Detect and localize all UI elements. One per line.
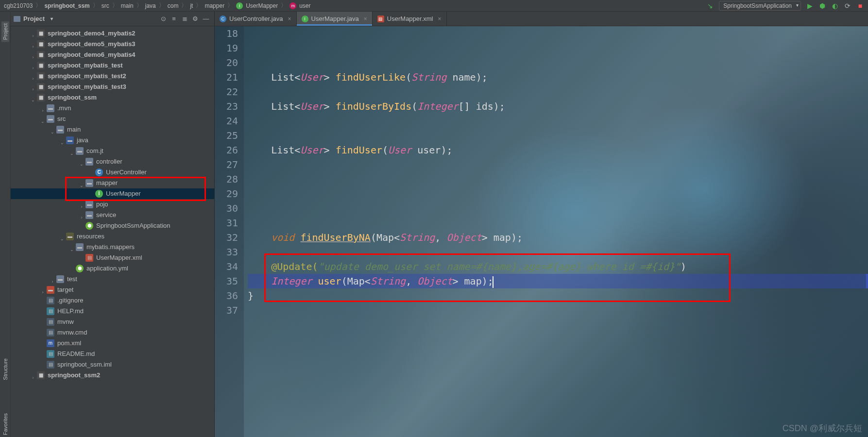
tree-row[interactable]: ⌄▬main — [11, 124, 214, 135]
tree-row[interactable]: ›▦springboot_mybatis_test — [11, 60, 214, 71]
interface-icon: I — [302, 16, 308, 22]
interface-icon: I — [236, 2, 243, 9]
tree-row[interactable]: ›▦springboot_mybatis_test3 — [11, 82, 214, 92]
run-config-label: SpringbootSsmApplication — [723, 2, 792, 9]
tree-row[interactable]: ▤UserMapper.xml — [11, 252, 214, 263]
select-opened-file-button[interactable]: ⊙ — [158, 14, 169, 24]
editor-area: C UserController.java × I UserMapper.jav… — [215, 12, 868, 437]
tree-row[interactable]: ›▦springboot_demo6_mybatis4 — [11, 50, 214, 60]
tab-usercontroller[interactable]: C UserController.java × — [215, 12, 297, 26]
tree-row[interactable]: ⌄▬resources — [11, 231, 214, 242]
tree-row[interactable]: ⌄▬mapper — [11, 178, 214, 188]
code-content[interactable]: List<User> findUserLike(String name); Li… — [244, 26, 868, 437]
tree-row-selected[interactable]: IUserMapper — [11, 188, 214, 199]
tab-usermapper-java[interactable]: I UserMapper.java × — [297, 12, 373, 26]
tree-row[interactable]: ›▦springboot_demo4_mybatis2 — [11, 28, 214, 39]
folder-icon — [14, 16, 20, 22]
vtab-favorites[interactable]: Favorites — [1, 411, 9, 437]
project-tool-window: Project ⊙ ≡ ≣ ⚙ — ›▦springboot_demo4_myb… — [11, 12, 215, 437]
run-config-select[interactable]: SpringbootSsmApplication — [719, 1, 801, 11]
tree-row[interactable]: ▤README.md — [11, 349, 214, 359]
build-button[interactable]: ↘ — [706, 2, 714, 10]
crumb-module[interactable]: springboot_ssm — [44, 2, 89, 9]
profile-button[interactable]: ⟳ — [844, 2, 851, 10]
hide-button[interactable]: — — [201, 14, 211, 24]
tree-row[interactable]: ⌄▬mybatis.mappers — [11, 242, 214, 252]
tree-row[interactable]: ›▦springboot_ssm2 — [11, 370, 214, 381]
tree-row[interactable]: CUserController — [11, 167, 214, 178]
tree-row[interactable]: ›▬target — [11, 285, 214, 295]
tree-row[interactable]: ▤springboot_ssm.iml — [11, 359, 214, 370]
crumb-com[interactable]: com — [168, 2, 179, 9]
tree-row[interactable]: ▤mvnw.cmd — [11, 327, 214, 338]
tree-row[interactable]: ▤mvnw — [11, 317, 214, 327]
tree-row[interactable]: ›▦springboot_demo5_mybatis3 — [11, 39, 214, 50]
close-icon[interactable]: × — [364, 16, 367, 22]
tree-row[interactable]: ⌄▬src — [11, 114, 214, 124]
crumb-mapper[interactable]: mapper — [204, 2, 224, 9]
vtab-structure[interactable]: Structure — [1, 356, 9, 382]
close-icon[interactable]: × — [288, 16, 291, 22]
crumb-class[interactable]: UserMapper — [246, 2, 278, 9]
crumb-project[interactable]: cgb210703 — [4, 2, 33, 9]
xml-icon: ▤ — [377, 16, 384, 22]
editor-tabs: C UserController.java × I UserMapper.jav… — [215, 12, 868, 26]
crumb-jt[interactable]: jt — [190, 2, 193, 9]
tree-row[interactable]: ▤HELP.md — [11, 306, 214, 317]
tree-row[interactable]: ▤.gitignore — [11, 295, 214, 306]
tree-row[interactable]: ⌄▬java — [11, 135, 214, 146]
project-title[interactable]: Project — [14, 15, 53, 22]
project-header: Project ⊙ ≡ ≣ ⚙ — — [11, 12, 214, 26]
tree-row[interactable]: ›▬test — [11, 274, 214, 285]
close-icon[interactable]: × — [438, 16, 442, 22]
method-icon: m — [289, 2, 296, 9]
breadcrumb: cgb210703〉 springboot_ssm〉 src〉 main〉 ja… — [4, 1, 311, 10]
tree-row[interactable]: ›▬service — [11, 210, 214, 220]
crumb-method[interactable]: user — [299, 2, 310, 9]
expand-all-button[interactable]: ≡ — [169, 14, 179, 24]
line-gutter: 18 19 20 21 22 23 24 25 26 27 28 29 30 3… — [215, 26, 244, 437]
tree-row[interactable]: ⌄▬controller — [11, 156, 214, 167]
stop-button[interactable]: ■ — [856, 2, 864, 10]
crumb-main[interactable]: main — [121, 2, 134, 9]
top-nav: cgb210703〉 springboot_ssm〉 src〉 main〉 ja… — [0, 0, 868, 12]
tab-usermapper-xml[interactable]: ▤ UserMapper.xml × — [373, 12, 447, 26]
text-caret — [493, 276, 494, 288]
coverage-button[interactable]: ◐ — [831, 2, 839, 10]
tree-row[interactable]: ›▦springboot_mybatis_test2 — [11, 71, 214, 82]
code-editor[interactable]: 18 19 20 21 22 23 24 25 26 27 28 29 30 3… — [215, 26, 868, 437]
toolbar-right: ↘ SpringbootSsmApplication ▶ ⬢ ◐ ⟳ ■ — [706, 1, 864, 11]
left-tool-tabs: Project Structure Favorites — [0, 12, 11, 437]
crumb-java[interactable]: java — [145, 2, 156, 9]
tree-row[interactable]: mpom.xml — [11, 338, 214, 349]
collapse-all-button[interactable]: ≣ — [179, 14, 190, 24]
settings-button[interactable]: ⚙ — [190, 14, 201, 24]
debug-button[interactable]: ⬢ — [818, 2, 826, 10]
tree-row[interactable]: ⬢SpringbootSsmApplication — [11, 220, 214, 231]
tree-row[interactable]: ›▬pojo — [11, 199, 214, 210]
tree-row[interactable]: ›▬.mvn — [11, 103, 214, 114]
tree-row[interactable]: ⌄▬com.jt — [11, 146, 214, 156]
tree-row[interactable]: ⌄▦springboot_ssm — [11, 92, 214, 103]
vtab-project[interactable]: Project — [1, 21, 9, 42]
tree-row[interactable]: ⬢application.yml — [11, 263, 214, 274]
run-button[interactable]: ▶ — [806, 2, 814, 10]
class-icon: C — [220, 16, 226, 22]
watermark-text: CSDN @利威尔兵短 — [783, 422, 862, 434]
crumb-src[interactable]: src — [102, 2, 109, 9]
project-tree[interactable]: ›▦springboot_demo4_mybatis2 ›▦springboot… — [11, 26, 214, 437]
